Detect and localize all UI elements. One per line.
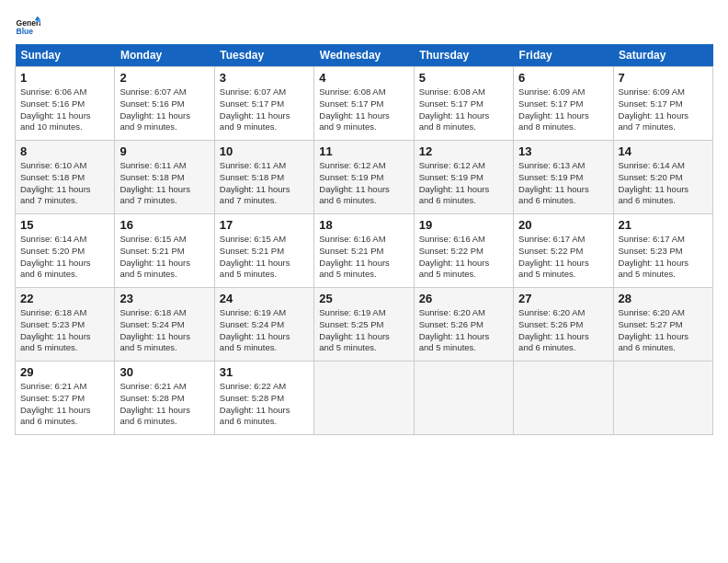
day-number: 14 xyxy=(619,144,708,158)
day-info: Sunrise: 6:11 AM Sunset: 5:18 PM Dayligh… xyxy=(220,160,309,207)
day-number: 1 xyxy=(20,71,109,85)
day-header-monday: Monday xyxy=(115,44,214,67)
day-number: 24 xyxy=(220,292,309,305)
day-info: Sunrise: 6:21 AM Sunset: 5:27 PM Dayligh… xyxy=(20,381,109,428)
day-info: Sunrise: 6:18 AM Sunset: 5:24 PM Dayligh… xyxy=(119,307,209,354)
day-info: Sunrise: 6:16 AM Sunset: 5:21 PM Dayligh… xyxy=(319,234,408,281)
day-number: 20 xyxy=(518,218,608,232)
calendar-cell: 30 Sunrise: 6:21 AM Sunset: 5:28 PM Dayl… xyxy=(115,362,214,435)
day-number: 27 xyxy=(518,292,608,305)
day-info: Sunrise: 6:12 AM Sunset: 5:19 PM Dayligh… xyxy=(319,160,408,207)
calendar-cell: 5 Sunrise: 6:08 AM Sunset: 5:17 PM Dayli… xyxy=(414,67,513,141)
day-number: 6 xyxy=(518,71,608,85)
day-header-tuesday: Tuesday xyxy=(214,44,313,67)
day-number: 5 xyxy=(419,71,508,85)
day-info: Sunrise: 6:12 AM Sunset: 5:19 PM Dayligh… xyxy=(419,160,508,207)
day-number: 9 xyxy=(119,144,209,158)
day-info: Sunrise: 6:17 AM Sunset: 5:22 PM Dayligh… xyxy=(518,234,608,281)
day-info: Sunrise: 6:15 AM Sunset: 5:21 PM Dayligh… xyxy=(220,234,309,281)
day-header-saturday: Saturday xyxy=(613,44,712,67)
day-info: Sunrise: 6:11 AM Sunset: 5:18 PM Dayligh… xyxy=(119,160,209,207)
day-number: 31 xyxy=(220,365,309,379)
calendar-cell: 31 Sunrise: 6:22 AM Sunset: 5:28 PM Dayl… xyxy=(214,362,313,435)
calendar-cell xyxy=(613,362,712,435)
day-number: 15 xyxy=(20,218,109,232)
day-info: Sunrise: 6:21 AM Sunset: 5:28 PM Dayligh… xyxy=(119,381,209,428)
calendar-cell xyxy=(414,362,513,435)
day-info: Sunrise: 6:19 AM Sunset: 5:24 PM Dayligh… xyxy=(220,307,309,354)
day-number: 13 xyxy=(518,144,608,158)
day-number: 17 xyxy=(220,218,309,232)
day-info: Sunrise: 6:08 AM Sunset: 5:17 PM Dayligh… xyxy=(419,86,508,133)
day-number: 19 xyxy=(419,218,508,232)
calendar-cell: 21 Sunrise: 6:17 AM Sunset: 5:23 PM Dayl… xyxy=(613,214,712,288)
day-number: 8 xyxy=(20,144,109,158)
calendar-cell: 2 Sunrise: 6:07 AM Sunset: 5:16 PM Dayli… xyxy=(115,67,214,141)
day-number: 12 xyxy=(419,144,508,158)
page-header: General Blue xyxy=(15,15,713,40)
day-info: Sunrise: 6:09 AM Sunset: 5:17 PM Dayligh… xyxy=(619,86,708,133)
day-number: 16 xyxy=(119,218,209,232)
calendar-cell: 20 Sunrise: 6:17 AM Sunset: 5:22 PM Dayl… xyxy=(514,214,613,288)
day-info: Sunrise: 6:06 AM Sunset: 5:16 PM Dayligh… xyxy=(20,86,109,133)
calendar-table: SundayMondayTuesdayWednesdayThursdayFrid… xyxy=(15,44,713,435)
calendar-cell: 9 Sunrise: 6:11 AM Sunset: 5:18 PM Dayli… xyxy=(115,141,214,214)
day-header-friday: Friday xyxy=(514,44,613,67)
calendar-cell: 4 Sunrise: 6:08 AM Sunset: 5:17 PM Dayli… xyxy=(314,67,414,141)
calendar-cell: 18 Sunrise: 6:16 AM Sunset: 5:21 PM Dayl… xyxy=(314,214,414,288)
day-number: 10 xyxy=(220,144,309,158)
calendar-cell: 17 Sunrise: 6:15 AM Sunset: 5:21 PM Dayl… xyxy=(214,214,313,288)
day-info: Sunrise: 6:22 AM Sunset: 5:28 PM Dayligh… xyxy=(220,381,309,428)
day-number: 21 xyxy=(619,218,708,232)
calendar-cell: 7 Sunrise: 6:09 AM Sunset: 5:17 PM Dayli… xyxy=(613,67,712,141)
day-info: Sunrise: 6:15 AM Sunset: 5:21 PM Dayligh… xyxy=(119,234,209,281)
calendar-cell: 29 Sunrise: 6:21 AM Sunset: 5:27 PM Dayl… xyxy=(16,362,115,435)
day-number: 23 xyxy=(119,292,209,305)
day-header-thursday: Thursday xyxy=(414,44,513,67)
calendar-cell: 25 Sunrise: 6:19 AM Sunset: 5:25 PM Dayl… xyxy=(314,288,414,362)
logo: General Blue xyxy=(15,15,42,40)
calendar-cell: 15 Sunrise: 6:14 AM Sunset: 5:20 PM Dayl… xyxy=(16,214,115,288)
day-info: Sunrise: 6:14 AM Sunset: 5:20 PM Dayligh… xyxy=(619,160,708,207)
calendar-cell xyxy=(514,362,613,435)
day-info: Sunrise: 6:20 AM Sunset: 5:26 PM Dayligh… xyxy=(419,307,508,354)
day-info: Sunrise: 6:20 AM Sunset: 5:27 PM Dayligh… xyxy=(619,307,708,354)
day-header-sunday: Sunday xyxy=(16,44,115,67)
day-info: Sunrise: 6:17 AM Sunset: 5:23 PM Dayligh… xyxy=(619,234,708,281)
calendar-cell: 27 Sunrise: 6:20 AM Sunset: 5:26 PM Dayl… xyxy=(514,288,613,362)
calendar-cell: 12 Sunrise: 6:12 AM Sunset: 5:19 PM Dayl… xyxy=(414,141,513,214)
day-number: 30 xyxy=(119,365,209,379)
calendar-cell: 22 Sunrise: 6:18 AM Sunset: 5:23 PM Dayl… xyxy=(16,288,115,362)
day-info: Sunrise: 6:19 AM Sunset: 5:25 PM Dayligh… xyxy=(319,307,408,354)
day-info: Sunrise: 6:07 AM Sunset: 5:17 PM Dayligh… xyxy=(220,86,309,133)
day-info: Sunrise: 6:07 AM Sunset: 5:16 PM Dayligh… xyxy=(119,86,209,133)
calendar-cell: 24 Sunrise: 6:19 AM Sunset: 5:24 PM Dayl… xyxy=(214,288,313,362)
day-number: 18 xyxy=(319,218,408,232)
day-number: 7 xyxy=(619,71,708,85)
calendar-cell: 26 Sunrise: 6:20 AM Sunset: 5:26 PM Dayl… xyxy=(414,288,513,362)
day-number: 22 xyxy=(20,292,109,305)
day-number: 28 xyxy=(619,292,708,305)
day-info: Sunrise: 6:13 AM Sunset: 5:19 PM Dayligh… xyxy=(518,160,608,207)
day-info: Sunrise: 6:20 AM Sunset: 5:26 PM Dayligh… xyxy=(518,307,608,354)
day-info: Sunrise: 6:16 AM Sunset: 5:22 PM Dayligh… xyxy=(419,234,508,281)
svg-text:Blue: Blue xyxy=(17,27,34,36)
day-info: Sunrise: 6:14 AM Sunset: 5:20 PM Dayligh… xyxy=(20,234,109,281)
day-number: 11 xyxy=(319,144,408,158)
calendar-cell: 13 Sunrise: 6:13 AM Sunset: 5:19 PM Dayl… xyxy=(514,141,613,214)
calendar-cell: 16 Sunrise: 6:15 AM Sunset: 5:21 PM Dayl… xyxy=(115,214,214,288)
day-info: Sunrise: 6:08 AM Sunset: 5:17 PM Dayligh… xyxy=(319,86,408,133)
calendar-cell: 11 Sunrise: 6:12 AM Sunset: 5:19 PM Dayl… xyxy=(314,141,414,214)
calendar-cell: 1 Sunrise: 6:06 AM Sunset: 5:16 PM Dayli… xyxy=(16,67,115,141)
calendar-cell: 14 Sunrise: 6:14 AM Sunset: 5:20 PM Dayl… xyxy=(613,141,712,214)
calendar-cell: 3 Sunrise: 6:07 AM Sunset: 5:17 PM Dayli… xyxy=(214,67,313,141)
day-info: Sunrise: 6:09 AM Sunset: 5:17 PM Dayligh… xyxy=(518,86,608,133)
calendar-cell: 28 Sunrise: 6:20 AM Sunset: 5:27 PM Dayl… xyxy=(613,288,712,362)
day-number: 3 xyxy=(220,71,309,85)
calendar-cell: 19 Sunrise: 6:16 AM Sunset: 5:22 PM Dayl… xyxy=(414,214,513,288)
calendar-cell: 10 Sunrise: 6:11 AM Sunset: 5:18 PM Dayl… xyxy=(214,141,313,214)
day-number: 29 xyxy=(20,365,109,379)
day-info: Sunrise: 6:10 AM Sunset: 5:18 PM Dayligh… xyxy=(20,160,109,207)
calendar-cell: 23 Sunrise: 6:18 AM Sunset: 5:24 PM Dayl… xyxy=(115,288,214,362)
calendar-cell: 6 Sunrise: 6:09 AM Sunset: 5:17 PM Dayli… xyxy=(514,67,613,141)
